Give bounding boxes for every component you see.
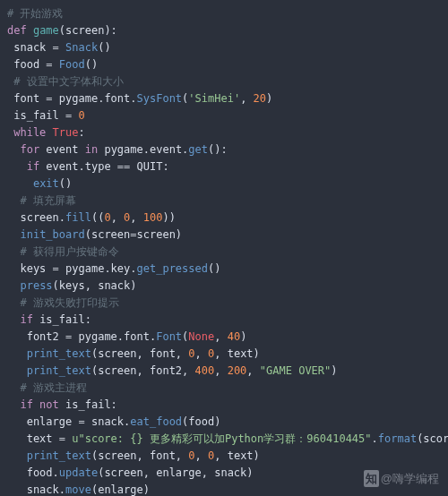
code-line: keys = pygame.key.get_pressed() [7, 261, 441, 278]
code-line: while True: [7, 124, 441, 141]
code-line: food = Food() [7, 56, 441, 73]
code-line: # 填充屏幕 [7, 192, 441, 210]
code-line: enlarge = snack.eat_food(food) [7, 414, 441, 431]
zhihu-logo-icon: 知 [364, 470, 379, 487]
code-line: is_fail = 0 [7, 107, 441, 124]
code-line: snack = Snack() [7, 39, 441, 56]
code-line: font2 = pygame.font.Font(None, 40) [7, 329, 441, 346]
code-line: text = u"score: {} 更多精彩可以加Python学习群：9604… [7, 431, 441, 448]
code-line: # 获得用户按键命令 [7, 244, 441, 261]
watermark: 知@嗨学编程 [364, 470, 439, 487]
code-line: for event in pygame.event.get(): [7, 141, 441, 158]
code-line: if is_fail: [7, 312, 441, 329]
code-line: if event.type == QUIT: [7, 158, 441, 175]
code-line: exit() [7, 175, 441, 192]
code-line: print_text(screen, font, 0, 0, text) [7, 346, 441, 363]
code-line: # 游戏主进程 [7, 380, 441, 397]
code-block: # 开始游戏def game(screen): snack = Snack() … [0, 0, 448, 496]
code-line: # 开始游戏 [7, 5, 441, 22]
code-line: # 设置中文字体和大小 [7, 73, 441, 90]
code-line: init_board(screen=screen) [7, 227, 441, 244]
code-line: if not is_fail: [7, 397, 441, 414]
watermark-text: @嗨学编程 [381, 472, 439, 485]
code-line: font = pygame.font.SysFont('SimHei', 20) [7, 90, 441, 107]
code-line: print_text(screen, font2, 400, 200, "GAM… [7, 363, 441, 380]
code-line: # 游戏失败打印提示 [7, 295, 441, 312]
code-line: print_text(screen, font, 0, 0, text) [7, 448, 441, 465]
code-line: def game(screen): [7, 22, 441, 39]
code-line: screen.fill((0, 0, 100)) [7, 210, 441, 227]
code-line: press(keys, snack) [7, 278, 441, 295]
